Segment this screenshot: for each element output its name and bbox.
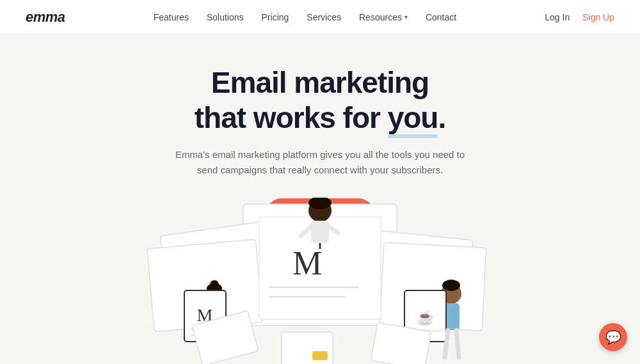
svg-line-32 <box>445 330 448 358</box>
chevron-down-icon: ▾ <box>404 13 408 20</box>
svg-point-26 <box>442 280 460 291</box>
hero-title: Email marketing that works for you. <box>195 65 446 136</box>
svg-rect-12 <box>311 221 329 243</box>
svg-text:M: M <box>292 245 322 281</box>
logo[interactable]: emma <box>26 9 65 26</box>
svg-text:☕: ☕ <box>417 309 435 326</box>
nav-services[interactable]: Services <box>307 12 341 22</box>
nav-features[interactable]: Features <box>154 12 189 22</box>
svg-point-17 <box>210 280 219 289</box>
underline-decoration <box>388 134 438 138</box>
svg-rect-37 <box>312 351 328 360</box>
svg-line-33 <box>456 330 459 358</box>
hero-illustration: M M <box>96 198 544 364</box>
chat-bubble-button[interactable]: 💬 <box>599 323 627 351</box>
nav-resources[interactable]: Resources ▾ <box>359 12 408 22</box>
nav-pricing[interactable]: Pricing <box>262 12 289 22</box>
nav-links: Features Solutions Pricing Services Reso… <box>154 12 457 23</box>
nav-contact[interactable]: Contact <box>426 12 456 22</box>
navbar: emma Features Solutions Pricing Services… <box>0 0 640 35</box>
nav-solutions[interactable]: Solutions <box>207 12 244 22</box>
highlight-word: you <box>388 100 438 136</box>
signup-link[interactable]: Sign Up <box>582 12 614 22</box>
nav-auth: Log In Sign Up <box>545 12 614 22</box>
hero-subtitle: Emma's email marketing platform gives yo… <box>173 147 467 178</box>
login-link[interactable]: Log In <box>545 12 570 22</box>
chat-icon: 💬 <box>605 329 621 345</box>
